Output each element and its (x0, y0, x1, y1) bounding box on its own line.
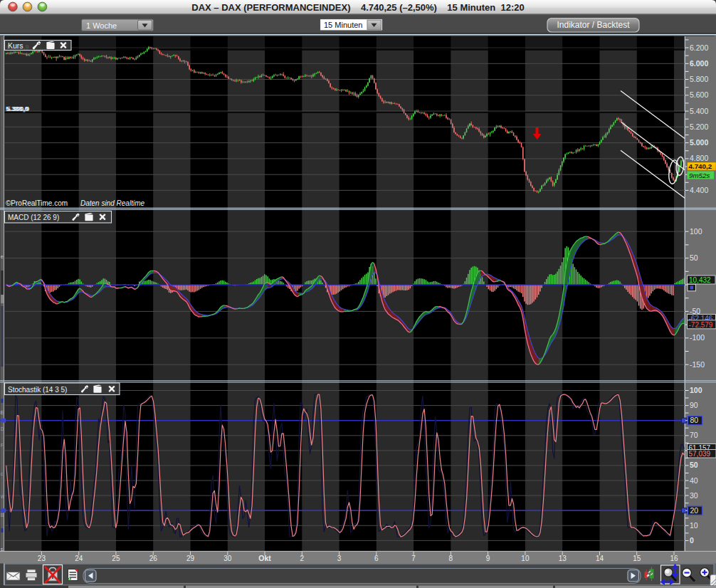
svg-text:57,039: 57,039 (689, 450, 711, 458)
svg-text:F: F (1, 443, 4, 448)
svg-text:D: D (1, 426, 4, 431)
svg-text:8: 8 (449, 555, 453, 562)
svg-text:-72,579: -72,579 (689, 321, 713, 329)
svg-text:-100: -100 (690, 333, 705, 342)
svg-text:90: 90 (690, 401, 698, 409)
svg-text:4.800: 4.800 (690, 154, 708, 162)
svg-text:15 Minuten: 15 Minuten (324, 21, 362, 29)
svg-text:29: 29 (186, 555, 195, 562)
svg-text:4.400: 4.400 (690, 186, 708, 194)
svg-text:-150: -150 (690, 360, 705, 369)
svg-text:DAX – DAX (PERFORMANCEINDEX): DAX – DAX (PERFORMANCEINDEX) 4.740,25 (–… (191, 2, 524, 13)
svg-text:25: 25 (112, 555, 120, 562)
svg-text:30: 30 (223, 555, 232, 562)
svg-text:23: 23 (38, 555, 46, 562)
svg-text:e: e (1, 254, 4, 259)
svg-text:16: 16 (670, 555, 678, 562)
svg-text:Okt: Okt (258, 554, 271, 562)
svg-text:40: 40 (690, 476, 698, 485)
svg-text:5.400: 5.400 (690, 107, 708, 115)
svg-text:5.200: 5.200 (690, 122, 708, 131)
svg-text:26: 26 (149, 555, 158, 562)
svg-text:5.600: 5.600 (690, 90, 708, 99)
svg-text:Kurs: Kurs (8, 41, 23, 50)
svg-text:80: 80 (690, 416, 699, 424)
svg-text:10: 10 (521, 555, 530, 562)
svg-text:0: 0 (690, 536, 694, 545)
svg-text:5.000: 5.000 (690, 138, 708, 147)
svg-text:6.200: 6.200 (690, 43, 708, 52)
svg-text:Indikator / Backtest: Indikator / Backtest (557, 20, 630, 30)
svg-text:1 Woche: 1 Woche (86, 21, 117, 30)
svg-text:4.740,2: 4.740,2 (689, 162, 712, 170)
svg-text:14: 14 (596, 555, 604, 562)
svg-text:30: 30 (690, 491, 698, 500)
svg-text:E: E (1, 410, 4, 415)
svg-text:50: 50 (690, 253, 698, 262)
svg-text:50: 50 (690, 461, 698, 469)
svg-text:9m52s: 9m52s (689, 172, 710, 179)
svg-text:Daten sind Realtime: Daten sind Realtime (80, 199, 144, 207)
svg-text:6.000: 6.000 (690, 59, 708, 68)
svg-text:24: 24 (75, 555, 83, 562)
svg-text:B: B (1, 513, 4, 518)
svg-text:100: 100 (690, 227, 702, 236)
svg-text:20: 20 (690, 506, 699, 515)
svg-text:10: 10 (690, 521, 698, 530)
svg-text:7: 7 (411, 555, 416, 562)
svg-text:©ProRealTime.com: ©ProRealTime.com (6, 199, 68, 207)
svg-text:2: 2 (300, 555, 305, 562)
svg-text:5.300,9: 5.300,9 (7, 105, 30, 112)
svg-text:5.800: 5.800 (690, 75, 708, 83)
svg-text:9: 9 (486, 555, 490, 562)
svg-text:3: 3 (337, 555, 342, 562)
svg-text:15: 15 (633, 555, 641, 562)
svg-text:MACD (12 26 9): MACD (12 26 9) (8, 214, 59, 221)
svg-text:Stochastik (14 3 5): Stochastik (14 3 5) (8, 386, 67, 394)
svg-text:13: 13 (559, 555, 567, 562)
svg-text:100: 100 (690, 386, 702, 394)
svg-text:70: 70 (690, 431, 698, 439)
svg-text:6: 6 (374, 555, 379, 562)
svg-text:10,432: 10,432 (689, 276, 711, 284)
